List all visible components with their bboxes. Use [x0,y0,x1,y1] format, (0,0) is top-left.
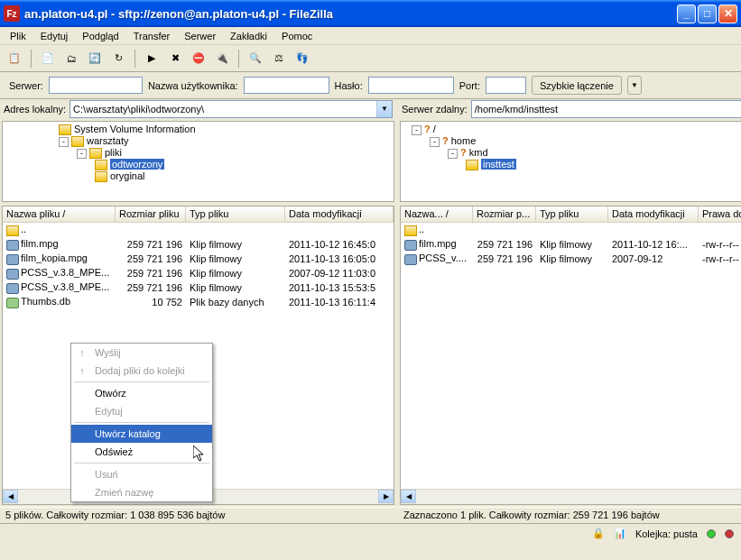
expander-icon[interactable]: - [77,149,87,159]
local-path-combo[interactable]: C:\warsztaty\pliki\odtworzony\▼ [69,100,393,118]
list-item[interactable]: Thumbs.db10 752Plik bazy danych2011-10-1… [3,295,394,309]
scrollbar[interactable]: ◀▶ [401,489,741,504]
list-item[interactable]: PCSS_v.3.8_MPE...259 721 196Klip filmowy… [3,266,394,280]
scroll-left-icon[interactable]: ◀ [3,490,18,503]
user-label: Nazwa użytkownika: [148,80,238,91]
local-status: 5 plików. Całkowity rozmiar: 1 038 895 5… [0,507,396,523]
list-item[interactable]: .. [401,223,741,237]
contextmenu-item[interactable]: Otwórz [71,384,212,402]
contextmenu-item[interactable]: Utwórz katalog [71,425,212,443]
tree-node[interactable]: -?/ [403,124,741,135]
menu-transfer[interactable]: Transfer [127,29,177,43]
contextmenu-item: ↑Dodaj pliki do kolejki [71,362,212,380]
contextmenu-item: ↑Wyślij [71,344,212,362]
menu-pomoc[interactable]: Pomoc [275,29,319,43]
local-tree[interactable]: System Volume Information-warsztaty-plik… [2,121,394,202]
video-icon [404,254,417,265]
tree-node[interactable]: -?kmd [403,147,741,159]
list-item[interactable]: PCSS_v.3.8_MPE...259 721 196Klip filmowy… [3,280,394,295]
toggle-log-icon[interactable]: 📄 [39,50,57,68]
menu-serwer[interactable]: Serwer [178,29,222,43]
remote-tree[interactable]: -?/-?home-?kmdinsttest [400,121,741,202]
minimize-button[interactable]: _ [677,5,696,23]
filter-icon[interactable]: 🔍 [246,50,264,68]
column-header[interactable]: Data modyfikacji [285,207,394,222]
remote-path-combo[interactable]: /home/kmd/insttest▼ [471,100,741,118]
led-red-icon [725,529,734,538]
lock-icon: 🔒 [592,528,605,539]
server-input[interactable] [49,77,143,94]
expander-icon[interactable]: - [59,137,69,147]
process-queue-icon[interactable]: ▶ [143,50,161,68]
cancel-icon[interactable]: ✖ [166,50,184,68]
tree-node[interactable]: -?home [403,135,741,147]
quickconnect-dropdown[interactable]: ▼ [627,76,642,95]
pass-input[interactable] [368,77,454,94]
folder-icon [95,160,107,170]
maximize-button[interactable]: □ [698,5,717,23]
column-header[interactable]: Nazwa pliku / [3,207,116,222]
menu-zakładki[interactable]: Zakładki [224,29,273,43]
expander-icon[interactable]: - [412,125,421,135]
tree-node[interactable]: insttest [403,159,741,170]
pass-label: Hasło: [335,80,363,91]
folder-up-icon [404,225,417,236]
column-header[interactable]: Typ pliku [536,207,608,222]
column-header[interactable]: Rozmiar p... [473,207,536,222]
remote-status: Zaznaczono 1 plik. Całkowity rozmiar: 25… [398,507,741,523]
tree-node[interactable]: System Volume Information [5,124,392,135]
scroll-left-icon[interactable]: ◀ [401,490,416,503]
arrow-up-icon: ↑ [75,347,89,358]
remote-path-label: Serwer zdalny: [402,104,468,115]
list-item[interactable]: .. [3,223,394,237]
folder-icon [466,160,478,170]
column-header[interactable]: Nazwa... / [401,207,473,222]
menu-edytuj[interactable]: Edytuj [34,29,75,43]
contextmenu-item[interactable]: Odśwież [71,443,212,461]
chevron-down-icon[interactable]: ▼ [376,101,392,117]
question-folder-icon: ? [460,147,467,158]
server-label: Serwer: [9,80,43,91]
user-input[interactable] [244,77,329,94]
column-header[interactable]: Data modyfikacji [608,207,699,222]
db-icon [6,298,19,308]
sync-icon[interactable]: 👣 [293,50,311,68]
led-green-icon [707,529,716,538]
column-header[interactable]: Prawa dos... [699,207,741,222]
close-button[interactable]: ✕ [718,5,737,23]
column-header[interactable]: Typ pliku [186,207,285,222]
tree-node[interactable]: odtworzony [5,159,392,170]
list-item[interactable]: PCSS_v....259 721 196Klip filmowy2007-09… [401,252,741,266]
port-input[interactable] [486,77,526,94]
folder-icon [89,148,102,159]
tree-node[interactable]: -pliki [5,147,392,159]
tree-node[interactable]: oryginal [5,170,392,182]
disconnect-icon[interactable]: ⛔ [190,50,208,68]
quickconnect-button[interactable]: Szybkie łączenie [532,76,622,95]
list-item[interactable]: film_kopia.mpg259 721 196Klip filmowy201… [3,252,394,266]
reconnect-icon[interactable]: 🔌 [213,50,231,68]
refresh-icon[interactable]: ↻ [109,50,127,68]
question-folder-icon: ? [442,135,449,146]
menu-plik[interactable]: Plik [4,29,32,43]
quickconnect-bar: Serwer: Nazwa użytkownika: Hasło: Port: … [0,72,741,99]
compare-icon[interactable]: ⚖ [270,50,288,68]
tree-node[interactable]: -warsztaty [5,135,392,147]
toggle-tree-icon[interactable]: 🗂 [62,50,80,68]
list-item[interactable]: film.mpg259 721 196Klip filmowy2011-10-1… [401,237,741,252]
titlebar[interactable]: Fz an.platon-u4.pl - sftp://zenon@an.pla… [0,0,741,27]
toggle-queue-icon[interactable]: 🔄 [86,50,104,68]
local-path-label: Adres lokalny: [4,104,66,115]
menu-podgląd[interactable]: Podgląd [76,29,125,43]
window-title: an.platon-u4.pl - sftp://zenon@an.platon… [24,7,677,21]
video-icon [6,240,19,251]
list-item[interactable]: film.mpg259 721 196Klip filmowy2011-10-1… [3,237,394,252]
app-icon: Fz [4,5,20,22]
contextmenu-item: Zmień nazwę [71,483,212,501]
expander-icon[interactable]: - [448,149,458,159]
scroll-right-icon[interactable]: ▶ [378,490,394,503]
sitemanager-icon[interactable]: 📋 [5,50,23,68]
column-header[interactable]: Rozmiar pliku [116,207,186,222]
expander-icon[interactable]: - [430,137,440,147]
queue-icon: 📊 [614,528,626,539]
